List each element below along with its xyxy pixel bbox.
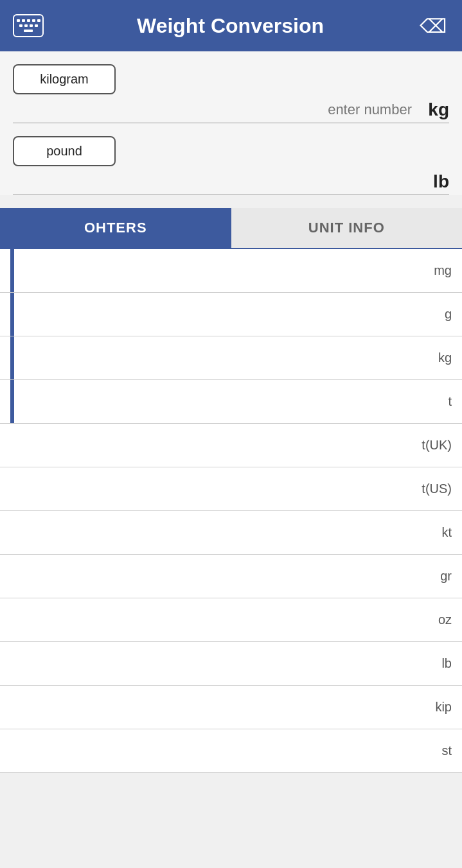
erase-button[interactable]: ⌫	[417, 15, 449, 37]
unit1-symbol: kg	[417, 100, 449, 120]
app-title: Weight Conversion	[44, 14, 417, 38]
conversion-item[interactable]: st	[0, 729, 462, 773]
unit2-input[interactable]	[13, 173, 417, 190]
conversion-item[interactable]: lb	[0, 642, 462, 686]
app-header: Weight Conversion ⌫	[0, 0, 462, 51]
conversion-item[interactable]: kt	[0, 511, 462, 555]
conversion-unit-label: t(UK)	[413, 438, 452, 453]
conversion-item[interactable]: kip	[0, 686, 462, 729]
conversion-item[interactable]: oz	[0, 598, 462, 642]
conversion-unit-label: st	[413, 743, 452, 758]
unit2-selector: pound	[13, 136, 449, 166]
conversion-unit-label: gr	[413, 569, 452, 584]
unit1-input-row: kg	[13, 100, 449, 123]
conversion-unit-label: kt	[413, 525, 452, 540]
conversion-item[interactable]: gr	[0, 555, 462, 598]
conversion-unit-label: t(US)	[413, 482, 452, 496]
keyboard-icon	[13, 14, 44, 37]
main-content: kilogram kg pound lb	[0, 51, 462, 195]
conversion-unit-label: g	[413, 307, 452, 322]
conversion-unit-label: mg	[413, 263, 452, 278]
unit1-selector: kilogram	[13, 64, 449, 94]
erase-icon: ⌫	[420, 15, 447, 37]
conversion-item[interactable]: t(US)	[0, 467, 462, 511]
unit1-button[interactable]: kilogram	[13, 64, 116, 94]
conversion-unit-label: oz	[413, 612, 452, 627]
accent-bar	[10, 380, 14, 423]
conversion-item[interactable]: mg	[0, 249, 462, 293]
tabs-container: OHTERS UNIT INFO	[0, 208, 462, 249]
unit2-input-row: lb	[13, 171, 449, 195]
conversion-unit-label: kg	[413, 351, 452, 365]
accent-bar	[10, 293, 14, 336]
conversion-item[interactable]: g	[0, 293, 462, 336]
conversion-item[interactable]: kg	[0, 336, 462, 380]
unit2-button[interactable]: pound	[13, 136, 116, 166]
conversion-unit-label: t	[413, 394, 452, 409]
conversion-unit-label: lb	[413, 656, 452, 671]
conversion-item[interactable]: t(UK)	[0, 424, 462, 467]
conversion-list: mggkgtt(UK)t(US)ktgrozlbkipst	[0, 249, 462, 773]
conversion-item[interactable]: t	[0, 380, 462, 424]
keyboard-button[interactable]	[13, 14, 44, 37]
tab-unit-info[interactable]: UNIT INFO	[231, 208, 463, 248]
accent-bar	[10, 249, 14, 292]
accent-bar	[10, 336, 14, 379]
unit2-symbol: lb	[417, 171, 449, 192]
conversion-unit-label: kip	[413, 700, 452, 715]
unit1-input[interactable]	[13, 101, 417, 118]
tab-others[interactable]: OHTERS	[0, 208, 231, 248]
